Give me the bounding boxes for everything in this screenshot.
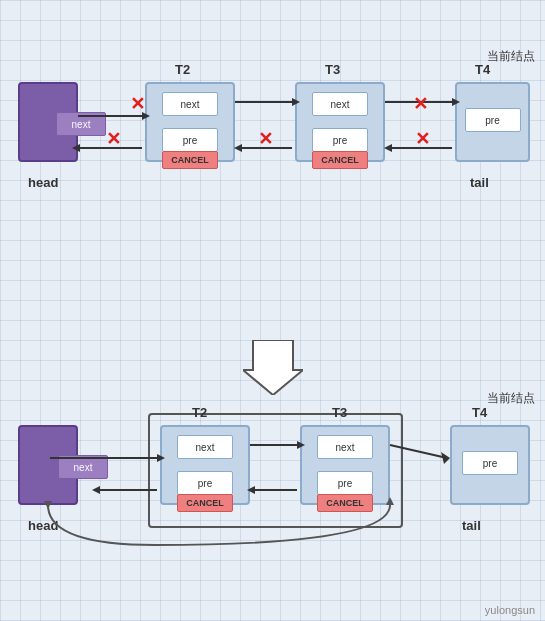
t2-label-top: T2 [175,62,190,77]
t3-label-bottom: T3 [332,405,347,420]
t2-next-top: next [162,92,218,116]
current-node-label-top: 当前结点 [487,48,535,65]
svg-marker-12 [234,144,242,152]
t4-node-bottom: pre [450,425,530,505]
tail-label-bottom: tail [462,518,481,533]
t3-pre-top: pre CANCEL [312,128,368,152]
top-arrows-svg: ✕ ✕ ✕ ✕ ✕ [0,0,545,340]
head-next-bottom: next [58,455,108,479]
svg-text:✕: ✕ [258,129,273,149]
t2-label-bottom: T2 [192,405,207,420]
t4-label-top: T4 [475,62,490,77]
t3-node-bottom: next pre CANCEL [300,425,390,505]
t3-cancel-bottom: CANCEL [317,494,373,512]
t4-node-top: pre [455,82,530,162]
svg-marker-23 [441,452,450,464]
svg-text:✕: ✕ [106,129,121,149]
t2-pre-top: pre CANCEL [162,128,218,152]
t3-node-top: next pre CANCEL [295,82,385,162]
current-node-label-bottom: 当前结点 [487,390,535,407]
t2-node-top: next pre CANCEL [145,82,235,162]
top-diagram: 当前结点 next head T2 next pre CANCEL T3 [0,0,545,340]
t3-pre-bottom: pre CANCEL [317,471,373,495]
head-node-top: next [18,82,78,162]
svg-text:✕: ✕ [130,94,145,114]
t2-next-bottom: next [177,435,233,459]
t2-pre-bottom: pre CANCEL [177,471,233,495]
t3-next-top: next [312,92,368,116]
t4-pre-top: pre [465,108,521,132]
svg-marker-15 [384,144,392,152]
t2-cancel-top: CANCEL [162,151,218,169]
t3-next-bottom: next [317,435,373,459]
tail-label-top: tail [470,175,489,190]
bottom-diagram: 当前结点 next head T2 next pre CANCEL T3 [0,370,545,620]
svg-text:✕: ✕ [415,129,430,149]
t4-label-bottom: T4 [472,405,487,420]
head-node-bottom: next [18,425,78,505]
svg-marker-25 [92,486,100,494]
svg-text:✕: ✕ [413,94,428,114]
t3-cancel-top: CANCEL [312,151,368,169]
head-label-top: head [28,175,58,190]
t2-node-bottom: next pre CANCEL [160,425,250,505]
t2-cancel-bottom: CANCEL [177,494,233,512]
head-next-top: next [56,112,106,136]
watermark: yulongsun [485,604,535,616]
t4-pre-bottom: pre [462,451,518,475]
head-label-bottom: head [28,518,58,533]
t3-label-top: T3 [325,62,340,77]
